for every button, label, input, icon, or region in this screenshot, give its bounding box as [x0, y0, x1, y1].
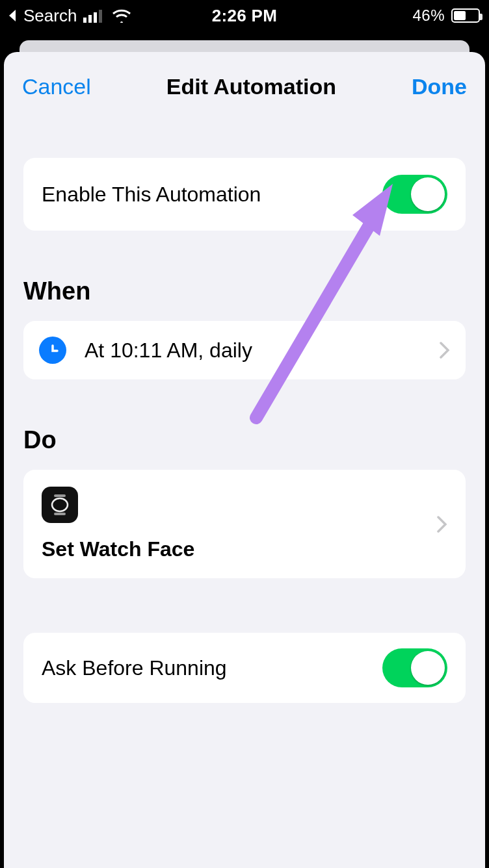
clock: 2:26 PM — [212, 6, 277, 26]
back-caret-icon[interactable] — [7, 8, 17, 23]
when-trigger-label: At 10:11 AM, daily — [85, 338, 421, 363]
chevron-right-icon — [440, 342, 450, 359]
enable-automation-toggle[interactable] — [382, 175, 447, 214]
enable-automation-row: Enable This Automation — [23, 158, 466, 231]
watch-app-icon — [42, 487, 78, 523]
chevron-right-icon — [437, 516, 447, 533]
do-action-label: Set Watch Face — [42, 537, 419, 561]
done-button[interactable]: Done — [412, 74, 467, 99]
cancel-button[interactable]: Cancel — [22, 74, 91, 99]
svg-rect-4 — [99, 10, 102, 23]
battery-icon — [451, 8, 480, 23]
svg-rect-6 — [54, 513, 66, 515]
page-title: Edit Automation — [166, 74, 336, 99]
signal-bars-icon — [83, 8, 105, 23]
section-title-when: When — [23, 277, 466, 305]
modal-sheet: Cancel Edit Automation Done Enable This … — [4, 52, 485, 868]
ask-before-running-row: Ask Before Running — [23, 633, 466, 703]
battery-percent: 46% — [412, 6, 445, 25]
when-trigger-row[interactable]: At 10:11 AM, daily — [23, 321, 466, 379]
svg-rect-3 — [94, 12, 97, 23]
svg-rect-5 — [54, 494, 66, 497]
wifi-icon — [112, 8, 131, 23]
svg-marker-0 — [9, 10, 16, 21]
nav-bar: Cancel Edit Automation Done — [4, 52, 485, 115]
enable-automation-label: Enable This Automation — [42, 183, 261, 207]
svg-rect-1 — [83, 18, 86, 23]
ask-before-running-label: Ask Before Running — [42, 656, 227, 680]
do-actions-row[interactable]: Set Watch Face — [23, 470, 466, 578]
clock-icon — [39, 337, 66, 364]
ask-before-running-toggle[interactable] — [382, 648, 447, 687]
sheet-behind — [20, 40, 469, 52]
back-app-label[interactable]: Search — [23, 6, 77, 26]
section-title-do: Do — [23, 426, 466, 454]
status-bar: Search 2:26 PM 46% — [0, 0, 489, 31]
svg-rect-2 — [88, 15, 92, 23]
